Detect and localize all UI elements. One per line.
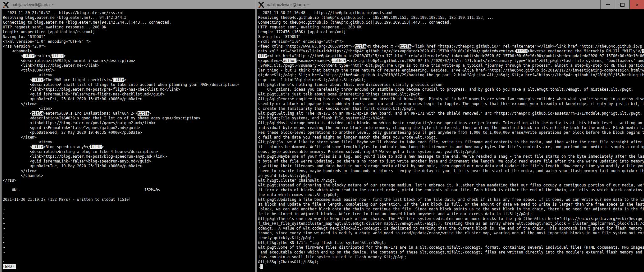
terminal-text: > xyxy=(64,54,66,58)
terminal-row: f_the_FAT_file_system#Cluster_map"&gt;&l… xyxy=(258,221,644,226)
terminal-row: need to rewrite tens, maybe hundreds or … xyxy=(258,169,644,173)
terminal-row: &lt;p&gt;Maybe one of your files is a lo… xyxy=(258,154,644,159)
terminal-screen[interactable]: --2021-11-30 21:10:48-- https://the6p4c.… xyxy=(255,9,644,272)
highlighted-match: title xyxy=(32,145,43,149)
terminal-row: <guid isPermaLink="false">blog-speedrun-… xyxy=(3,159,255,164)
terminal-row: </channel> xyxy=(3,173,255,178)
terminal-row xyxy=(3,193,255,197)
terminal-row: <link>https://blog.eater.me/post/pre-fli… xyxy=(3,87,255,92)
terminal-row: <description>A small list of things to t… xyxy=(3,82,255,87)
terminal-output: --2021-11-30 21:10:48-- https://the6p4c.… xyxy=(258,11,644,269)
terminal-row: <?xml version="1.0" encoding="utf-8"?> xyxy=(258,39,644,44)
terminal-row: osts.xml" rel="self"></link><id>https://… xyxy=(258,49,644,54)
terminal-row: ode&gt;. A value of &lt;code&gt;next_blo… xyxy=(258,226,644,231)
titlebar[interactable]: nabijaczleweli@tarta: ~ ✕ xyxy=(255,0,644,9)
highlighted-match: author xyxy=(283,58,296,63)
terminal-row: block, we can add another block onto the… xyxy=(258,207,644,212)
terminal-row: : xyxy=(258,264,644,269)
terminal-row: SPARC.&lt;/p&gt;</summary><content type=… xyxy=(258,63,644,68)
terminal-row: <pubDate>Wed, 27 May 2020 19:40:35 +0000… xyxy=(3,130,255,135)
terminal-row: HTTP request sent, awaiting response... … xyxy=(258,25,644,30)
terminal-row: &lt;p&gt;So, we'd like to store some fil… xyxy=(258,140,644,145)
terminal-row: <description>It&#039;s good that I let g… xyxy=(3,116,255,121)
terminal-row: itle><link href="https://the6p4c.github.… xyxy=(258,54,644,58)
terminal-row: it - blocks be damned. We'll add some le… xyxy=(258,145,644,149)
terminal-row: &lt;h2&gt;The RN-171's "tag flash file s… xyxy=(258,240,644,245)
terminal-row: <link>https://blog.eater.me/post/blog-sp… xyxy=(3,154,255,159)
terminal-row: HTTP request sent, awaiting response... … xyxy=(3,25,255,30)
terminal-row: remely quickly.&lt;/p&gt; xyxy=(258,236,644,240)
terminal-row: Length: unspecified [application/rss+xml… xyxy=(3,30,255,34)
terminal-row: ~ xyxy=(3,250,255,255)
terminal-row: &lt;p&gt;&lt;img alt="The RN-171 on an R… xyxy=(258,111,644,116)
terminal-row: <title>Blog speedrun any%</title> xyxy=(3,145,255,149)
terminal-row: <link>https://blog.eater.me/</link> xyxy=(3,63,255,68)
terminal-row: t byte of the file we're updating, so th… xyxy=(258,159,644,164)
xterm-x-logo-icon xyxy=(3,2,9,8)
close-button[interactable]: ✕ xyxy=(629,0,644,9)
terminal-scrollbar[interactable] xyxy=(255,9,257,272)
terminal-row: 0K . 152M=0s xyxy=(3,188,255,193)
terminal-text: > xyxy=(124,78,126,82)
terminal-row: &lt;p&gt;There's nothing linear about th… xyxy=(258,82,644,87)
terminal-row: <guid isPermaLink="false">pre-flight-nas… xyxy=(3,92,255,97)
highlighted-match: title xyxy=(23,54,34,58)
terminal-text: <feed xmlns="http://www.w3.org/2005/Atom… xyxy=(258,44,355,49)
terminal-row: <rss version="2.0"> xyxy=(3,44,255,49)
terminal-row: <channel> xyxy=(3,49,255,54)
terminal-scrollbar[interactable] xyxy=(0,9,2,272)
terminal-row: an you'd like.&lt;/p&gt; xyxy=(258,173,644,178)
terminal-row: uous, byte-addressable memory. Problem s… xyxy=(258,149,644,154)
terminal-row: </item> xyxy=(3,169,255,173)
terminal-row: ~ xyxy=(3,245,255,250)
terminal-row: <feed xmlns="http://www.w3.org/2005/Atom… xyxy=(258,44,644,49)
terminal-text: >eater&#039;s Ero Evaluations: Gal*Gun 2… xyxy=(43,111,138,116)
minimize-button[interactable] xyxy=(600,0,615,9)
terminal-row: <title>The NAS pre-flight checklist</tit… xyxy=(3,78,255,82)
terminal-cursor xyxy=(260,264,263,269)
terminal-row: o fail and the data you read might no lo… xyxy=(258,135,644,140)
terminal-row: <description>Writing a blog in like 4 ho… xyxy=(3,149,255,154)
terminal-row: &lt;p&gt;Let's just talk about some inte… xyxy=(258,92,644,97)
terminal-row: st block and update the file's length, c… xyxy=(258,202,644,207)
terminal-row: ~ xyxy=(3,236,255,240)
terminal-row: <guid isPermaLink="false">games/galgun2.… xyxy=(3,125,255,130)
terminal-row: <pubDate>Fri, 23 Oct 2020 13:07:00 +0000… xyxy=(3,97,255,102)
highlighted-match: title xyxy=(400,44,411,49)
terminal-screen[interactable]: --2021-11-30 21:10:37-- https://blog.eat… xyxy=(0,9,255,272)
terminal-row: le to be stored in adjacent blocks. We'r… xyxy=(258,212,644,216)
terminal-text: >Reverse engineering the Microchip RN-17… xyxy=(528,49,642,53)
terminal-text: ><id>tag:the6p4c.github.io,2020-07-15:/2… xyxy=(346,58,644,63)
terminal-row: &lt;p&gt;Some of the firmware files dist… xyxy=(258,245,644,250)
terminal-row: --2021-11-30 21:10:48-- https://the6p4c.… xyxy=(258,11,644,15)
terminal-row: ~ xyxy=(3,207,255,212)
terminal-text: : xyxy=(258,264,260,269)
terminal-row: Connecting to blog.eater.me (blog.eater.… xyxy=(3,20,255,25)
terminal-row: and executable code) which end up on the… xyxy=(258,250,644,255)
terminal-row: Length: 172476 (168K) [application/xml] xyxy=(258,30,644,34)
maximize-button[interactable] xyxy=(615,0,629,9)
close-icon: ✕ xyxy=(635,2,639,7)
terminal-row xyxy=(3,202,255,207)
terminal-row: gt;done&lt;/a&gt; &lt;a href="https://th… xyxy=(258,73,644,78)
terminal-row: ~ xyxy=(3,221,255,226)
terminal-row: ~ xyxy=(3,260,255,264)
highlighted-match: title xyxy=(32,78,43,82)
terminal-text: > xyxy=(102,145,104,149)
terminal-row: &lt;p&gt;There's one new way to keep tra… xyxy=(258,216,644,221)
terminal-row: , writing their filenames and data back … xyxy=(258,164,644,169)
window-buttons: ✕ xyxy=(600,0,644,9)
maximize-icon xyxy=(620,3,625,7)
terminal-row: <title>eater&#039;s Ero Evaluations: Gal… xyxy=(3,111,255,116)
titlebar[interactable]: nabijaczleweli@tarta: ~ xyxy=(0,0,255,9)
terminal-text: osts.xml" rel="self"></link><id>https://… xyxy=(258,49,516,53)
xterm-x-logo-icon xyxy=(258,2,264,8)
terminal-window-right: nabijaczleweli@tarta: ~ ✕ --2021-11-30 2… xyxy=(255,0,644,272)
terminal-row: (END) xyxy=(3,264,255,269)
highlighted-match: itle xyxy=(258,54,267,58)
terminal-row: Connecting to the6p4c.github.io (the6p4c… xyxy=(258,20,644,25)
terminal-text: >□ the6p4c □ </ xyxy=(366,44,400,49)
terminal-row: ~ xyxy=(3,216,255,221)
terminal-row: Saving to: ‘STDOUT’ xyxy=(3,34,255,39)
terminal-row: though, since every time we need to modi… xyxy=(258,231,644,236)
